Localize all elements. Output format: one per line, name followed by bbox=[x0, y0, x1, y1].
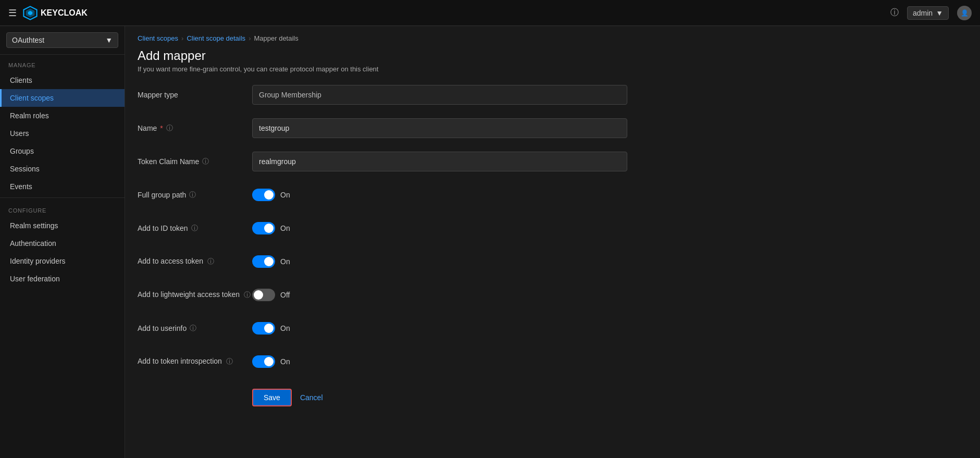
add-token-introspection-row: Add to token introspection ⓘ On bbox=[138, 350, 967, 373]
topbar-right: ⓘ admin ▼ 👤 bbox=[890, 6, 972, 20]
page-title: Add mapper bbox=[138, 48, 967, 63]
add-token-introspection-slider bbox=[252, 355, 275, 368]
sidebar-item-realm-roles[interactable]: Realm roles bbox=[0, 107, 125, 125]
add-userinfo-slider bbox=[252, 322, 275, 335]
page-subtitle: If you want more fine-grain control, you… bbox=[138, 65, 967, 73]
add-access-token-toggle[interactable] bbox=[252, 255, 275, 268]
hamburger-menu-icon[interactable]: ☰ bbox=[8, 7, 17, 19]
full-group-path-slider bbox=[252, 189, 275, 201]
avatar: 👤 bbox=[957, 6, 972, 20]
sidebar-item-clients[interactable]: Clients bbox=[0, 71, 125, 89]
add-token-introspection-state: On bbox=[280, 357, 290, 366]
logo-text: KEYCLOAK bbox=[41, 8, 88, 18]
add-userinfo-label: Add to userinfo ⓘ bbox=[138, 324, 252, 333]
keycloak-logo-icon bbox=[23, 6, 38, 20]
sidebar-divider bbox=[0, 197, 125, 198]
mapper-type-input bbox=[252, 85, 627, 105]
add-id-token-info-icon[interactable]: ⓘ bbox=[191, 224, 198, 233]
realm-chevron-icon: ▼ bbox=[105, 36, 113, 44]
name-row: Name * ⓘ bbox=[138, 117, 967, 140]
add-token-introspection-toggle[interactable] bbox=[252, 355, 275, 368]
page-header: Add mapper If you want more fine-grain c… bbox=[125, 42, 980, 83]
sidebar-item-identity-providers-label: Identity providers bbox=[10, 257, 66, 265]
sidebar-item-identity-providers[interactable]: Identity providers bbox=[0, 252, 125, 270]
name-info-icon[interactable]: ⓘ bbox=[166, 123, 173, 133]
name-input[interactable] bbox=[252, 118, 627, 138]
name-required-indicator: * bbox=[160, 124, 163, 132]
token-claim-info-icon[interactable]: ⓘ bbox=[202, 157, 209, 166]
full-group-path-info-icon[interactable]: ⓘ bbox=[189, 190, 196, 200]
button-row: Save Cancel bbox=[138, 389, 967, 406]
sidebar-item-sessions-label: Sessions bbox=[10, 165, 40, 173]
sidebar-item-events[interactable]: Events bbox=[0, 178, 125, 195]
sidebar-item-users[interactable]: Users bbox=[0, 125, 125, 142]
sidebar-item-client-scopes-label: Client scopes bbox=[10, 94, 54, 102]
add-access-token-row: Add to access token ⓘ On bbox=[138, 250, 967, 273]
topbar-left: ☰ KEYCLOAK bbox=[8, 6, 88, 20]
breadcrumb-sep-2: › bbox=[249, 34, 251, 42]
name-label: Name * ⓘ bbox=[138, 123, 252, 133]
breadcrumb-client-scope-details[interactable]: Client scope details bbox=[187, 34, 245, 42]
cancel-button[interactable]: Cancel bbox=[300, 393, 323, 402]
add-access-token-info-icon[interactable]: ⓘ bbox=[207, 257, 214, 265]
add-token-introspection-label: Add to token introspection ⓘ bbox=[138, 357, 252, 366]
sidebar-item-realm-settings[interactable]: Realm settings bbox=[0, 217, 125, 234]
sidebar-item-clients-label: Clients bbox=[10, 76, 32, 84]
sidebar-item-realm-settings-label: Realm settings bbox=[10, 221, 58, 230]
realm-dropdown[interactable]: OAuthtest ▼ bbox=[6, 32, 118, 48]
breadcrumb-client-scopes[interactable]: Client scopes bbox=[138, 34, 178, 42]
add-token-introspection-info-icon[interactable]: ⓘ bbox=[226, 357, 233, 365]
add-userinfo-toggle[interactable] bbox=[252, 322, 275, 335]
full-group-path-toggle[interactable] bbox=[252, 189, 275, 201]
add-lightweight-info-icon[interactable]: ⓘ bbox=[244, 291, 251, 299]
sidebar-item-authentication-label: Authentication bbox=[10, 239, 56, 247]
add-lightweight-state: Off bbox=[280, 291, 290, 299]
token-claim-name-input[interactable] bbox=[252, 152, 627, 171]
topbar: ☰ KEYCLOAK ⓘ admin ▼ 👤 bbox=[0, 0, 980, 26]
token-claim-name-row: Token Claim Name ⓘ bbox=[138, 150, 967, 173]
sidebar: OAuthtest ▼ Manage Clients Client scopes… bbox=[0, 26, 125, 458]
add-access-token-label: Add to access token ⓘ bbox=[138, 257, 252, 266]
add-id-token-toggle-container: On bbox=[252, 222, 290, 234]
admin-chevron-icon: ▼ bbox=[936, 9, 943, 17]
sidebar-item-user-federation-label: User federation bbox=[10, 275, 60, 283]
breadcrumb-mapper-details: Mapper details bbox=[254, 34, 298, 42]
sidebar-item-sessions[interactable]: Sessions bbox=[0, 160, 125, 178]
add-token-introspection-toggle-container: On bbox=[252, 355, 290, 368]
sidebar-item-groups-label: Groups bbox=[10, 147, 34, 155]
add-access-token-toggle-container: On bbox=[252, 255, 290, 268]
save-button[interactable]: Save bbox=[252, 389, 292, 406]
sidebar-item-authentication[interactable]: Authentication bbox=[0, 234, 125, 252]
sidebar-item-groups[interactable]: Groups bbox=[0, 142, 125, 160]
add-access-token-state: On bbox=[280, 257, 290, 266]
logo: KEYCLOAK bbox=[23, 6, 88, 20]
add-id-token-label: Add to ID token ⓘ bbox=[138, 224, 252, 233]
add-id-token-slider bbox=[252, 222, 275, 234]
admin-menu-button[interactable]: admin ▼ bbox=[907, 6, 949, 20]
breadcrumb: Client scopes › Client scope details › M… bbox=[125, 26, 980, 42]
help-icon[interactable]: ⓘ bbox=[890, 7, 899, 18]
admin-label: admin bbox=[913, 9, 933, 17]
sidebar-item-client-scopes[interactable]: Client scopes bbox=[0, 89, 125, 107]
sidebar-item-users-label: Users bbox=[10, 129, 29, 138]
add-userinfo-row: Add to userinfo ⓘ On bbox=[138, 317, 967, 340]
realm-selected: OAuthtest bbox=[12, 36, 44, 44]
form-content: Mapper type Name * ⓘ Token Claim Name ⓘ bbox=[125, 83, 980, 427]
body: OAuthtest ▼ Manage Clients Client scopes… bbox=[0, 26, 980, 458]
add-lightweight-toggle[interactable] bbox=[252, 289, 275, 301]
full-group-path-label: Full group path ⓘ bbox=[138, 190, 252, 200]
mapper-type-row: Mapper type bbox=[138, 83, 967, 106]
add-lightweight-toggle-container: Off bbox=[252, 289, 290, 301]
add-id-token-state: On bbox=[280, 224, 290, 232]
token-claim-name-label: Token Claim Name ⓘ bbox=[138, 157, 252, 166]
add-lightweight-row: Add to lightweight access token ⓘ Off bbox=[138, 283, 967, 306]
avatar-icon: 👤 bbox=[961, 9, 969, 17]
realm-selector[interactable]: OAuthtest ▼ bbox=[0, 26, 125, 55]
full-group-path-state: On bbox=[280, 191, 290, 199]
configure-section-label: Configure bbox=[0, 200, 125, 217]
add-id-token-toggle[interactable] bbox=[252, 222, 275, 234]
add-userinfo-info-icon[interactable]: ⓘ bbox=[190, 324, 196, 333]
sidebar-item-user-federation[interactable]: User federation bbox=[0, 270, 125, 288]
add-lightweight-label: Add to lightweight access token ⓘ bbox=[138, 290, 252, 300]
sidebar-item-events-label: Events bbox=[10, 182, 32, 191]
